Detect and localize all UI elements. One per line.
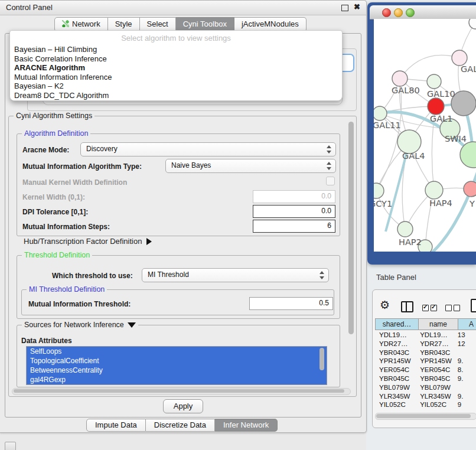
scrollbar-thumb[interactable] <box>14 389 344 393</box>
hub-definition-toggle[interactable]: Hub/Transcription Factor Definition <box>24 237 152 246</box>
table-cell: YLR345W <box>416 392 454 401</box>
table-cell: YPR145W <box>416 357 454 366</box>
table-row[interactable]: YBL079WYBL079W <box>375 383 476 392</box>
table-row[interactable]: YBR045CYBR045C9. <box>375 374 476 383</box>
scrollbar-thumb[interactable] <box>376 414 471 418</box>
table-row[interactable]: YDR27…YDR27…12 <box>375 340 476 348</box>
node-label-hap2: HAP2 <box>399 237 422 247</box>
hub-definition-label: Hub/Transcription Factor Definition <box>24 237 142 246</box>
bottom-tab-bar: Impute DataDiscretize DataInfer Network <box>86 419 278 432</box>
table-cell: 9. <box>454 392 476 401</box>
stepper-arrows-icon <box>327 162 331 170</box>
algorithm-option[interactable]: Dream8 DC_TDC Algorithm <box>10 91 342 100</box>
column-header[interactable]: shared… <box>375 318 419 330</box>
settings-vertical-scrollbar[interactable] <box>348 122 354 334</box>
table-cell: YDR27… <box>375 340 416 348</box>
network-node-gcy1[interactable] <box>374 183 384 198</box>
network-node-gal80[interactable] <box>392 71 407 86</box>
gear-icon[interactable]: ⚙ <box>380 300 390 311</box>
network-node-y-node[interactable] <box>464 181 476 197</box>
table-row[interactable]: YPR145WYPR145W9. <box>375 357 476 366</box>
table-cell: YIL052C <box>375 400 416 407</box>
network-node-gal10[interactable] <box>427 74 441 89</box>
table-cell: 9 <box>454 400 476 407</box>
network-node-gal-tr[interactable] <box>452 50 467 66</box>
table-row[interactable]: YIL052CYIL052C9 <box>375 400 476 407</box>
column-header[interactable]: A <box>458 318 476 330</box>
network-edge[interactable] <box>376 79 402 191</box>
settings-horizontal-scrollbar[interactable] <box>12 388 351 395</box>
table-header[interactable]: shared…nameA <box>375 318 476 330</box>
zoom-traffic-light-icon[interactable] <box>406 8 415 17</box>
minimized-panel-icon[interactable] <box>5 442 16 450</box>
table-horizontal-scrollbar[interactable] <box>375 413 476 420</box>
network-node-gal11[interactable] <box>374 106 387 120</box>
table-row[interactable]: YBR043CYBR043C <box>375 348 476 357</box>
table-cell: YBR043C <box>416 348 454 357</box>
aracne-mode-select[interactable]: Discovery <box>80 142 336 156</box>
table-cell: 9. <box>454 374 476 383</box>
attribute-item[interactable]: BetweennessCentrality <box>27 366 327 375</box>
network-canvas[interactable]: GALGAL80GAL10GAL1GAL11SWI4GAL4GCY1HAP4YH… <box>374 19 476 252</box>
table-row[interactable]: YER054CYER054C8. <box>375 366 476 374</box>
mi-type-value: Naive Bayes <box>171 161 211 169</box>
table-rows[interactable]: YDL19…YDL19…13YDR27…YDR27…12YBR043CYBR04… <box>375 331 476 407</box>
minimize-traffic-light-icon[interactable] <box>394 8 403 17</box>
network-view-window[interactable]: GALGAL80GAL10GAL1GAL11SWI4GAL4GCY1HAP4YH… <box>367 2 476 265</box>
network-node-hap4[interactable] <box>425 181 443 199</box>
mi-threshold-field[interactable]: 0.5 <box>249 297 333 310</box>
bottom-tab-infer-network[interactable]: Infer Network <box>215 419 278 432</box>
control-panel-titlebar: Control Panel ✖ <box>0 1 366 15</box>
attribute-item[interactable]: TopologicalCoefficient <box>27 356 327 366</box>
column-header[interactable]: name <box>419 318 458 330</box>
table-cell <box>454 383 476 392</box>
dpi-tolerance-field[interactable]: 0.0 <box>253 205 335 218</box>
bottom-tab-impute-data[interactable]: Impute Data <box>86 419 146 432</box>
attribute-item[interactable]: gal4RGexp <box>27 375 327 384</box>
algorithm-option[interactable]: Basic Correlation Inference <box>10 54 342 64</box>
mi-threshold-group-title: MI Threshold Definition <box>27 285 107 294</box>
close-icon[interactable]: ✖ <box>354 2 360 11</box>
network-node-gal1[interactable] <box>428 98 444 115</box>
attribute-item[interactable]: SelfLoops <box>27 347 327 356</box>
table-panel: ⚙ shared…nameA YDL19…YDL19…13YDR27…YDR27… <box>372 289 476 428</box>
data-attributes-list[interactable]: SelfLoopsTopologicalCoefficientBetweenne… <box>26 346 327 385</box>
network-canvas-svg: GALGAL80GAL10GAL1GAL11SWI4GAL4GCY1HAP4YH… <box>374 19 476 252</box>
algorithm-option[interactable]: Mutual Information Inference <box>10 73 342 82</box>
split-columns-icon[interactable] <box>401 301 413 312</box>
table-row[interactable]: YLR345WYLR345W9. <box>375 392 476 401</box>
which-threshold-select[interactable]: MI Threshold <box>142 268 329 282</box>
network-window-titlebar[interactable] <box>370 5 476 19</box>
algorithm-option[interactable]: Bayesian – K2 <box>10 81 342 91</box>
checked-boxes-icon[interactable] <box>422 303 439 314</box>
algorithm-option[interactable]: Bayesian – Hill Climbing <box>10 45 342 54</box>
document-icon[interactable] <box>471 299 476 312</box>
network-node-top-white[interactable] <box>469 19 476 29</box>
list-vertical-scrollbar[interactable] <box>319 348 324 370</box>
table-cell: YBR045C <box>416 374 454 383</box>
node-label-y-node: Y <box>469 199 475 208</box>
kernel-width-field[interactable]: 0.0 <box>253 190 335 203</box>
close-traffic-light-icon[interactable] <box>382 8 391 17</box>
table-row[interactable]: YDL19…YDL19…13 <box>375 331 476 340</box>
network-node-gal4[interactable] <box>397 130 421 154</box>
sources-title[interactable]: Sources for Network Inference <box>22 321 138 329</box>
which-threshold-label: Which threshold to use: <box>52 272 133 280</box>
mi-type-label: Mutual Information Algorithm Type: <box>22 162 142 171</box>
table-cell: 13 <box>454 331 476 340</box>
network-node-hap2[interactable] <box>397 221 413 237</box>
algorithm-option[interactable]: ARACNE Algorithm <box>10 63 342 73</box>
bottom-tab-discretize-data[interactable]: Discretize Data <box>146 419 215 432</box>
mi-steps-field[interactable]: 6 <box>253 220 335 233</box>
network-edge[interactable] <box>400 55 459 79</box>
manual-kernel-checkbox[interactable] <box>326 177 335 185</box>
mi-type-select[interactable]: Naive Bayes <box>165 159 336 173</box>
node-label-gal80: GAL80 <box>392 86 420 95</box>
float-window-icon[interactable] <box>341 5 348 11</box>
table-cell: YER054C <box>416 366 454 374</box>
unchecked-boxes-icon[interactable] <box>445 303 462 314</box>
apply-button[interactable]: Apply <box>163 399 203 413</box>
manual-kernel-label: Manual Kernel Width Definition <box>22 178 127 187</box>
algorithm-definition-title: Algorithm Definition <box>22 129 90 138</box>
node-label-gal11: GAL11 <box>374 120 401 130</box>
